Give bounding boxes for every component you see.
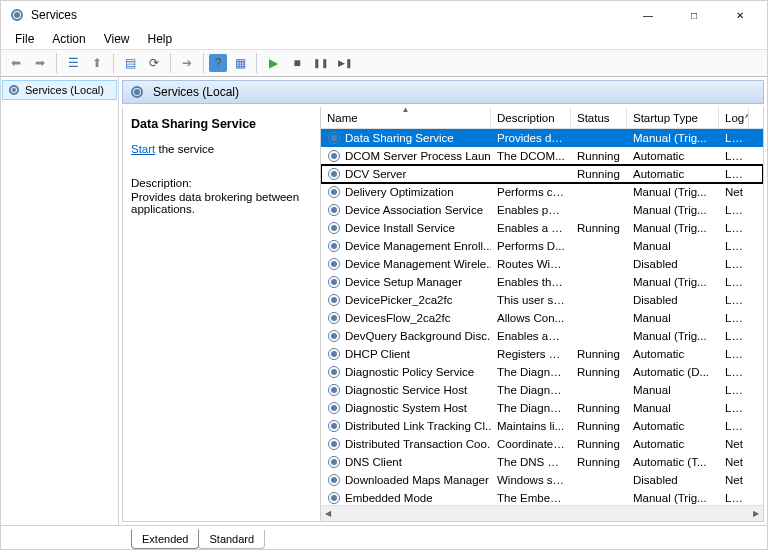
help-button[interactable] — [209, 54, 227, 72]
service-row[interactable]: Diagnostic Service HostThe Diagno...Manu… — [321, 381, 763, 399]
service-logon: Loc — [719, 330, 749, 342]
service-row[interactable]: Device Association ServiceEnables pair..… — [321, 201, 763, 219]
horizontal-scrollbar[interactable]: ◀ ▶ — [321, 505, 763, 521]
service-gear-icon — [327, 437, 341, 451]
col-header-name[interactable]: ▲Name — [321, 107, 491, 128]
service-row[interactable]: Distributed Transaction Coo...Coordinate… — [321, 435, 763, 453]
col-header-description[interactable]: Description — [491, 107, 571, 128]
col-header-startup[interactable]: Startup Type — [627, 107, 719, 128]
service-startup: Manual — [627, 384, 719, 396]
service-row[interactable]: Device Management Wirele...Routes Wire..… — [321, 255, 763, 273]
service-startup: Manual (Trig... — [627, 330, 719, 342]
service-row[interactable]: Diagnostic Policy ServiceThe Diagno...Ru… — [321, 363, 763, 381]
tab-standard[interactable]: Standard — [198, 530, 265, 549]
action-pane-button[interactable] — [229, 52, 251, 74]
service-row[interactable]: Device Management Enroll...Performs D...… — [321, 237, 763, 255]
detail-pane: Data Sharing Service Start the service D… — [123, 107, 321, 521]
service-name: DevicesFlow_2ca2fc — [345, 312, 450, 324]
grid-header: ▲Name Description Status Startup Type Lo… — [321, 107, 763, 129]
service-name: DCV Server — [345, 168, 406, 180]
close-button[interactable]: ✕ — [717, 1, 763, 29]
scroll-right-icon[interactable]: ▶ — [749, 509, 763, 518]
services-node-icon — [7, 83, 21, 97]
menu-view[interactable]: View — [96, 30, 138, 48]
service-row[interactable]: Delivery OptimizationPerforms co...Manua… — [321, 183, 763, 201]
service-row[interactable]: Distributed Link Tracking Cl...Maintains… — [321, 417, 763, 435]
service-name: Device Setup Manager — [345, 276, 462, 288]
service-status: Running — [571, 438, 627, 450]
properties-button[interactable] — [119, 52, 141, 74]
pause-service-button[interactable] — [310, 52, 332, 74]
service-row[interactable]: Device Install ServiceEnables a c...Runn… — [321, 219, 763, 237]
export-list-button[interactable] — [176, 52, 198, 74]
maximize-button[interactable]: □ — [671, 1, 717, 29]
service-description: Windows se... — [491, 474, 571, 486]
tree-node-services-local[interactable]: Services (Local) — [2, 80, 117, 100]
col-header-status[interactable]: Status — [571, 107, 627, 128]
menu-file[interactable]: File — [7, 30, 42, 48]
start-service-button[interactable] — [262, 52, 284, 74]
results-header-title: Services (Local) — [153, 85, 239, 99]
start-service-link[interactable]: Start — [131, 143, 155, 155]
service-name: Diagnostic Policy Service — [345, 366, 474, 378]
tab-extended[interactable]: Extended — [131, 529, 199, 549]
service-gear-icon — [327, 293, 341, 307]
description-text: Provides data brokering between applicat… — [131, 191, 312, 215]
service-description: Performs D... — [491, 240, 571, 252]
service-name: Device Install Service — [345, 222, 455, 234]
service-row[interactable]: Data Sharing ServiceProvides da...Manual… — [321, 129, 763, 147]
service-row[interactable]: Downloaded Maps ManagerWindows se...Disa… — [321, 471, 763, 489]
service-startup: Manual (Trig... — [627, 186, 719, 198]
grid-body[interactable]: Data Sharing ServiceProvides da...Manual… — [321, 129, 763, 505]
stop-service-button[interactable] — [286, 52, 308, 74]
service-row[interactable]: Embedded ModeThe Embed...Manual (Trig...… — [321, 489, 763, 505]
service-description: Provides da... — [491, 132, 571, 144]
service-status: Running — [571, 402, 627, 414]
nav-forward-button[interactable] — [29, 52, 51, 74]
service-logon: Net — [719, 456, 749, 468]
show-hide-tree-button[interactable] — [62, 52, 84, 74]
service-startup: Automatic — [627, 150, 719, 162]
service-row[interactable]: DevQuery Background Disc...Enables app..… — [321, 327, 763, 345]
sort-ascending-icon: ▲ — [402, 107, 410, 114]
restart-service-button[interactable] — [334, 52, 356, 74]
service-startup: Automatic (T... — [627, 456, 719, 468]
service-row[interactable]: DCOM Server Process Laun...The DCOM...Ru… — [321, 147, 763, 165]
service-gear-icon — [327, 167, 341, 181]
service-startup: Automatic (D... — [627, 366, 719, 378]
service-logon: Loc — [719, 276, 749, 288]
service-row[interactable]: DevicesFlow_2ca2fcAllows Con...ManualLoc — [321, 309, 763, 327]
service-gear-icon — [327, 203, 341, 217]
description-label: Description: — [131, 177, 312, 189]
menu-action[interactable]: Action — [44, 30, 93, 48]
up-level-button[interactable] — [86, 52, 108, 74]
service-name: DHCP Client — [345, 348, 410, 360]
col-header-logon[interactable]: Log^ — [719, 107, 749, 128]
service-name: Data Sharing Service — [345, 132, 454, 144]
service-startup: Automatic — [627, 438, 719, 450]
scroll-left-icon[interactable]: ◀ — [321, 509, 335, 518]
service-row[interactable]: Device Setup ManagerEnables the ...Manua… — [321, 273, 763, 291]
results-header: Services (Local) — [122, 80, 764, 104]
menu-help[interactable]: Help — [140, 30, 181, 48]
service-startup: Manual — [627, 312, 719, 324]
refresh-button[interactable] — [143, 52, 165, 74]
service-gear-icon — [327, 329, 341, 343]
service-row[interactable]: DHCP ClientRegisters an...RunningAutomat… — [321, 345, 763, 363]
services-grid: ▲Name Description Status Startup Type Lo… — [321, 107, 763, 521]
service-row[interactable]: DevicePicker_2ca2fcThis user se...Disabl… — [321, 291, 763, 309]
service-logon: Loc — [719, 348, 749, 360]
service-row[interactable]: DNS ClientThe DNS Cli...RunningAutomatic… — [321, 453, 763, 471]
nav-back-button[interactable] — [5, 52, 27, 74]
service-gear-icon — [327, 473, 341, 487]
title-bar: Services — □ ✕ — [1, 1, 767, 29]
menu-bar: File Action View Help — [1, 29, 767, 49]
service-status: Running — [571, 168, 627, 180]
service-logon: Loc — [719, 258, 749, 270]
service-row[interactable]: DCV ServerRunningAutomaticLoc — [321, 165, 763, 183]
service-gear-icon — [327, 149, 341, 163]
service-row[interactable]: Diagnostic System HostThe Diagno...Runni… — [321, 399, 763, 417]
service-gear-icon — [327, 275, 341, 289]
minimize-button[interactable]: — — [625, 1, 671, 29]
service-name: Delivery Optimization — [345, 186, 454, 198]
